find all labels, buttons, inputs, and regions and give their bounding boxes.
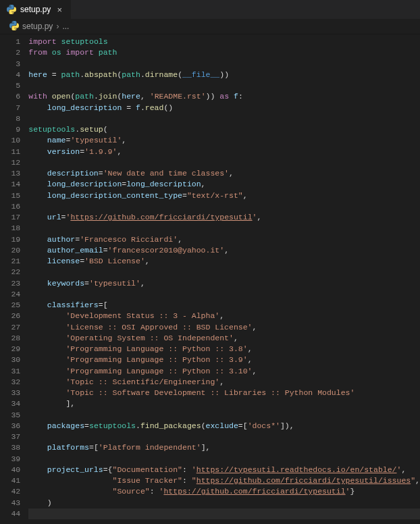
line-number: 24 [0, 289, 20, 300]
breadcrumb-file: setup.py [22, 22, 53, 31]
line-number: 34 [0, 398, 20, 409]
code-line[interactable]: ) [28, 498, 420, 508]
line-number: 14 [0, 179, 20, 190]
code-line[interactable]: 'Programming Language :: Python :: 3.10'… [28, 366, 420, 377]
line-number: 37 [0, 431, 20, 442]
code-line[interactable]: license='BSD License', [28, 256, 420, 267]
line-number: 6 [0, 91, 20, 102]
line-number: 22 [0, 267, 20, 278]
line-number: 27 [0, 322, 20, 333]
chevron-right-icon: › [56, 22, 59, 31]
close-icon[interactable]: × [55, 5, 64, 14]
code-line[interactable]: "Issue Tracker": "https://github.com/fri… [28, 475, 420, 486]
line-number: 10 [0, 135, 20, 146]
code-line[interactable]: project_urls={"Documentation": 'https://… [28, 465, 420, 475]
code-line[interactable] [28, 59, 420, 70]
line-number: 2 [0, 47, 20, 58]
code-line[interactable] [28, 223, 420, 234]
line-number: 36 [0, 421, 20, 431]
line-number: 17 [0, 212, 20, 223]
line-number: 12 [0, 157, 20, 168]
line-number: 44 [0, 508, 20, 519]
code-line[interactable]: 'Topic :: Software Development :: Librar… [28, 388, 420, 398]
code-line[interactable]: classifiers=[ [28, 300, 420, 311]
editor[interactable]: 1234567891011121314151617181920212223242… [0, 34, 420, 524]
line-number: 43 [0, 498, 20, 508]
line-number: 13 [0, 168, 20, 179]
line-number: 28 [0, 333, 20, 344]
line-number: 33 [0, 388, 20, 398]
code-line[interactable]: long_description=long_description, [28, 179, 420, 190]
line-number: 9 [0, 124, 20, 135]
line-number: 7 [0, 103, 20, 113]
line-number: 15 [0, 190, 20, 201]
tab-setup-py[interactable]: setup.py × [0, 0, 72, 19]
tab-bar: setup.py × [0, 0, 420, 19]
code-line[interactable]: with open(path.join(here, 'README.rst'))… [28, 91, 420, 102]
line-number: 32 [0, 377, 20, 388]
line-number: 3 [0, 59, 20, 70]
code-line[interactable]: from os import path [28, 47, 420, 58]
line-number: 30 [0, 355, 20, 365]
breadcrumb-more: ... [62, 22, 69, 31]
code-line[interactable] [28, 454, 420, 465]
code-line[interactable] [28, 113, 420, 124]
code-line[interactable] [28, 410, 420, 421]
code-line[interactable]: setuptools.setup( [28, 124, 420, 135]
code-line[interactable] [28, 267, 420, 278]
code-line[interactable] [28, 289, 420, 300]
code-line[interactable]: long_description = f.read() [28, 103, 420, 113]
code-line[interactable]: 'Programming Language :: Python :: 3.8', [28, 344, 420, 355]
line-number: 26 [0, 311, 20, 321]
line-number: 8 [0, 113, 20, 124]
code-line[interactable]: url='https://github.com/fricciardi/types… [28, 212, 420, 223]
code-line[interactable] [28, 431, 420, 442]
code-line[interactable]: 'Topic :: Scientific/Engineering', [28, 377, 420, 388]
line-number: 31 [0, 366, 20, 377]
line-number: 40 [0, 465, 20, 475]
line-number: 21 [0, 256, 20, 267]
code-line[interactable]: description='New date and time classes', [28, 168, 420, 179]
line-number: 41 [0, 475, 20, 486]
line-number: 16 [0, 201, 20, 212]
line-number: 23 [0, 278, 20, 289]
code-line[interactable]: ], [28, 398, 420, 409]
code-line[interactable]: "Source": 'https://github.com/fricciardi… [28, 486, 420, 497]
code-area[interactable]: import setuptoolsfrom os import pathhere… [28, 34, 420, 524]
code-line[interactable] [28, 157, 420, 168]
line-number: 35 [0, 410, 20, 421]
gutter: 1234567891011121314151617181920212223242… [0, 34, 28, 524]
line-number: 39 [0, 454, 20, 465]
code-line[interactable] [28, 80, 420, 91]
line-number: 5 [0, 80, 20, 91]
code-line[interactable] [28, 201, 420, 212]
code-line[interactable]: author='Francesco Ricciardi', [28, 234, 420, 245]
code-line[interactable]: 'Development Status :: 3 - Alpha', [28, 311, 420, 321]
code-line[interactable]: name='typesutil', [28, 135, 420, 146]
code-line[interactable]: 'Programming Language :: Python :: 3.9', [28, 355, 420, 365]
line-number: 11 [0, 147, 20, 157]
code-line[interactable]: author_email='francescor2010@yahoo.it', [28, 245, 420, 256]
code-line[interactable]: packages=setuptools.find_packages(exclud… [28, 421, 420, 431]
line-number: 4 [0, 70, 20, 80]
line-number: 18 [0, 223, 20, 234]
breadcrumb[interactable]: setup.py › ... [0, 19, 420, 34]
line-number: 25 [0, 300, 20, 311]
code-line[interactable]: long_description_content_type="text/x-rs… [28, 190, 420, 201]
line-number: 38 [0, 442, 20, 453]
code-line[interactable]: version='1.9.9', [28, 147, 420, 157]
code-line[interactable]: platforms=['Platform independent'], [28, 442, 420, 453]
line-number: 20 [0, 245, 20, 256]
line-number: 42 [0, 486, 20, 497]
tab-label: setup.py [20, 5, 51, 14]
python-icon [9, 21, 19, 32]
code-line[interactable]: keywords='typesutil', [28, 278, 420, 289]
code-line[interactable]: 'Operating System :: OS Independent', [28, 333, 420, 344]
code-line[interactable]: import setuptools [28, 36, 420, 47]
python-icon [7, 5, 16, 14]
code-line[interactable] [28, 508, 420, 519]
line-number: 19 [0, 234, 20, 245]
line-number: 1 [0, 36, 20, 47]
code-line[interactable]: 'License :: OSI Approved :: BSD License'… [28, 322, 420, 333]
code-line[interactable]: here = path.abspath(path.dirname(__file_… [28, 70, 420, 80]
